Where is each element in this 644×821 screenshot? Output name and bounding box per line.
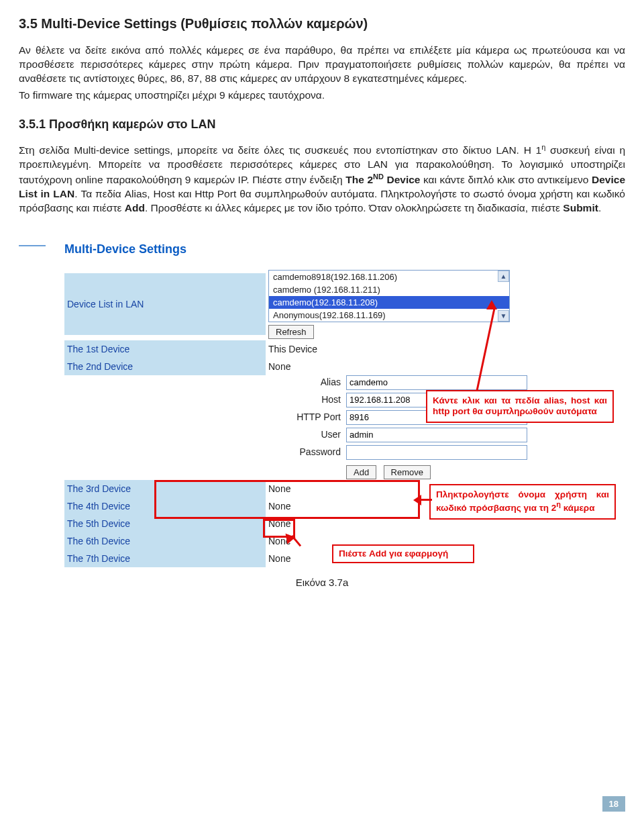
panel-title: Multi-Device Settings xyxy=(64,240,614,269)
password-label: Password xyxy=(266,445,346,463)
device-6-label[interactable]: The 6th Device xyxy=(64,532,266,550)
device-2-label[interactable]: The 2nd Device xyxy=(64,358,266,375)
refresh-button[interactable]: Refresh xyxy=(268,325,314,339)
device-1-label: The 1st Device xyxy=(64,340,266,358)
device-list-option[interactable]: Anonymous(192.168.11.169) xyxy=(269,309,509,322)
device-list-option-selected[interactable]: camdemo(192.168.11.208) xyxy=(269,296,509,309)
device-list-option[interactable]: camdemo8918(192.168.11.206) xyxy=(269,271,509,283)
remove-button[interactable]: Remove xyxy=(384,465,431,479)
callout-press-add: Πιέστε Add για εφαρμογή xyxy=(332,544,474,564)
add-button[interactable]: Add xyxy=(346,465,376,479)
figure-caption: Εικόνα 3.7a xyxy=(19,577,625,588)
device-2-value: None xyxy=(266,358,614,375)
arrow-head-icon xyxy=(486,300,497,309)
user-input[interactable] xyxy=(346,428,527,442)
page-number: 18 xyxy=(602,796,625,812)
paragraph-1: Αν θέλετε να δείτε εικόνα από πολλές κάμ… xyxy=(19,44,625,86)
scroll-up-icon[interactable]: ▲ xyxy=(498,271,509,282)
device-list-in-lan-label: Device List in LAN xyxy=(64,273,266,335)
device-list-select[interactable]: camdemo8918(192.168.11.206) camdemo (192… xyxy=(268,270,510,322)
http-port-label: HTTP Port xyxy=(266,410,346,428)
scroll-down-icon[interactable]: ▼ xyxy=(498,310,509,322)
alias-label: Alias xyxy=(266,375,346,393)
arrow-head-icon xyxy=(413,495,421,505)
user-label: User xyxy=(266,428,346,445)
alias-input[interactable] xyxy=(346,375,527,390)
device-7-label[interactable]: The 7th Device xyxy=(64,550,266,567)
highlight-user-password-box xyxy=(154,480,420,519)
host-label: Host xyxy=(266,393,346,410)
paragraph-2: Στη σελίδα Multi-device settings, μπορεί… xyxy=(19,142,625,215)
callout-user-password: Πληκτρολογήστε όνομα χρήστη και κωδικό π… xyxy=(429,484,616,520)
password-input[interactable] xyxy=(346,445,527,460)
multi-device-settings-panel: Multi-Device Settings Device List in LAN… xyxy=(64,240,614,567)
device-1-value: This Device xyxy=(266,340,614,358)
section-title: 3.5 Multi-Device Settings (Ρυθμίσεις πολ… xyxy=(19,16,625,32)
device-list-option[interactable]: camdemo (192.168.11.211) xyxy=(269,283,509,296)
paragraph-1b: Το firmware της κάμερας υποστηρίζει μέχρ… xyxy=(19,89,625,103)
subsection-title: 3.5.1 Προσθήκη καμερών στο LAN xyxy=(19,117,625,132)
callout-alias-host-port: Κάντε κλικ και τα πεδία alias, host και … xyxy=(426,390,614,424)
